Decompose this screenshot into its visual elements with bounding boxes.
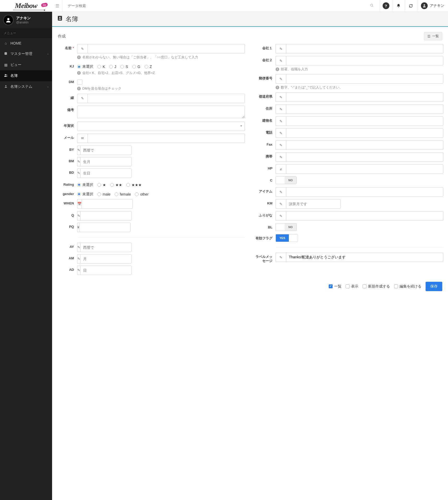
kj-radio-s[interactable]: S xyxy=(120,65,128,69)
footer-check-continue[interactable]: 編集を続ける xyxy=(394,284,421,289)
bl-toggle[interactable]: NO xyxy=(276,223,297,231)
bell-icon xyxy=(396,4,401,8)
mobile-input[interactable] xyxy=(286,152,443,162)
km-input[interactable] xyxy=(286,199,341,209)
field-label: 住所 xyxy=(255,104,276,111)
footer-check-new[interactable]: 新規作成する xyxy=(363,284,390,289)
notifications-button[interactable] xyxy=(392,0,405,12)
app-logo[interactable]: Meibow Beta xyxy=(0,0,52,12)
tel-input[interactable] xyxy=(286,128,443,138)
info-icon: i xyxy=(276,86,279,89)
biko-textarea[interactable] xyxy=(77,106,245,118)
gender-radio-female[interactable]: female xyxy=(115,192,131,196)
svg-point-7 xyxy=(5,85,6,86)
pencil-icon: ✎ xyxy=(276,140,286,150)
sidebar-item-home[interactable]: ⌂ HOME xyxy=(0,38,52,48)
rating-radio-3[interactable]: ★★★ xyxy=(126,183,142,187)
zip-input[interactable] xyxy=(286,74,443,84)
help-icon: ? xyxy=(383,2,389,9)
pencil-icon: ✎ xyxy=(276,199,286,209)
pencil-icon: ✎ xyxy=(276,56,286,65)
field-label: メール xyxy=(57,134,77,140)
ay-input[interactable] xyxy=(80,243,132,252)
pencil-icon: ✎ xyxy=(276,152,286,162)
user-menu[interactable]: アナキン xyxy=(417,0,448,12)
list-button[interactable]: ☲ 一覧 xyxy=(424,32,442,40)
addr-input[interactable] xyxy=(286,104,443,114)
sidebar-item-label: HOME xyxy=(10,41,21,45)
gender-radio-male[interactable]: male xyxy=(97,192,110,196)
fax-input[interactable] xyxy=(286,140,443,150)
yen-icon: ¥ xyxy=(77,223,79,232)
save-button[interactable]: 保存 xyxy=(426,282,442,291)
sidebar-toggle[interactable]: ☰ xyxy=(52,0,63,12)
svg-rect-8 xyxy=(58,16,62,21)
kj-radio-z[interactable]: Z xyxy=(145,65,152,69)
field-label: 名前 xyxy=(65,46,72,50)
user-name-label: アナキン xyxy=(430,3,444,8)
help-button[interactable]: ? xyxy=(379,0,392,12)
sidebar-item-meibo[interactable]: 名簿 xyxy=(0,70,52,81)
svg-point-5 xyxy=(5,74,6,75)
kj-radio-k[interactable]: K xyxy=(97,65,105,69)
refresh-button[interactable] xyxy=(405,0,417,12)
labelmsg-input[interactable] xyxy=(286,253,443,262)
company1-input[interactable] xyxy=(286,44,443,53)
field-label: Fax xyxy=(255,140,276,147)
en-input[interactable] xyxy=(88,94,245,103)
rating-radio-2[interactable]: ★★ xyxy=(110,183,122,187)
am-input[interactable] xyxy=(80,254,132,264)
field-label: BL xyxy=(255,223,276,229)
sidebar-item-meibo-system[interactable]: 名簿システム ‹ xyxy=(0,81,52,92)
search-input[interactable] xyxy=(66,2,368,10)
nenga-select[interactable] xyxy=(77,122,245,131)
info-icon: i xyxy=(77,55,81,59)
when-input[interactable] xyxy=(82,199,133,209)
sidebar-item-view[interactable]: ▦ ビュー xyxy=(0,59,52,70)
rating-radio-unset[interactable]: 未選択 xyxy=(77,183,93,187)
name-input[interactable] xyxy=(88,44,245,53)
active-toggle[interactable]: YES xyxy=(276,234,298,242)
profile-block[interactable]: アナキン @anakin xyxy=(0,12,52,28)
rating-radio-1[interactable]: ★ xyxy=(97,183,106,187)
kj-radio-g[interactable]: G xyxy=(132,65,140,69)
kj-radio-group: 未選択 K J S G Z xyxy=(77,62,245,69)
mail-input[interactable] xyxy=(88,134,245,143)
pencil-icon: ✎ xyxy=(276,187,286,197)
info-icon: i xyxy=(77,71,81,75)
kj-radio-j[interactable]: J xyxy=(109,65,116,69)
pencil-icon: ✎ xyxy=(77,211,80,221)
by-input[interactable] xyxy=(80,146,132,155)
hp-input[interactable] xyxy=(286,164,443,174)
search-icon[interactable] xyxy=(368,4,376,8)
field-label: KM xyxy=(255,199,276,205)
gender-radio-group: 未選択 male female other xyxy=(77,190,245,197)
bm-input[interactable] xyxy=(80,157,132,166)
ad-input[interactable] xyxy=(80,266,132,275)
kj-radio-unset[interactable]: 未選択 xyxy=(77,64,93,69)
field-label: 建物名 xyxy=(255,116,276,123)
sidebar-item-master[interactable]: マスター管理 ‹ xyxy=(0,48,52,59)
c-toggle[interactable]: NO xyxy=(276,176,297,184)
company2-input[interactable] xyxy=(286,56,443,65)
footer-check-list[interactable]: 一覧 xyxy=(329,284,341,289)
q-input[interactable] xyxy=(80,211,132,221)
furigana-input[interactable] xyxy=(286,211,443,221)
pencil-icon: ✎ xyxy=(77,243,80,252)
bd-input[interactable] xyxy=(80,168,132,178)
footer-check-show[interactable]: 表示 xyxy=(346,284,358,289)
gender-radio-other[interactable]: other xyxy=(135,192,148,196)
pq-input[interactable] xyxy=(79,223,130,232)
person-icon xyxy=(4,85,8,89)
pencil-icon: ✎ xyxy=(77,266,80,275)
field-label: 会社２ xyxy=(255,56,276,62)
field-label: AY xyxy=(57,243,77,249)
pref-input[interactable] xyxy=(286,92,443,102)
bldg-input[interactable] xyxy=(286,116,443,126)
dm-checkbox[interactable] xyxy=(77,79,82,85)
profile-handle: @anakin xyxy=(16,21,31,24)
field-label: 年賀状 xyxy=(57,122,77,128)
item-input[interactable] xyxy=(286,187,443,197)
gender-radio-unset[interactable]: 未選択 xyxy=(77,192,93,197)
field-label: 備考 xyxy=(57,106,77,112)
